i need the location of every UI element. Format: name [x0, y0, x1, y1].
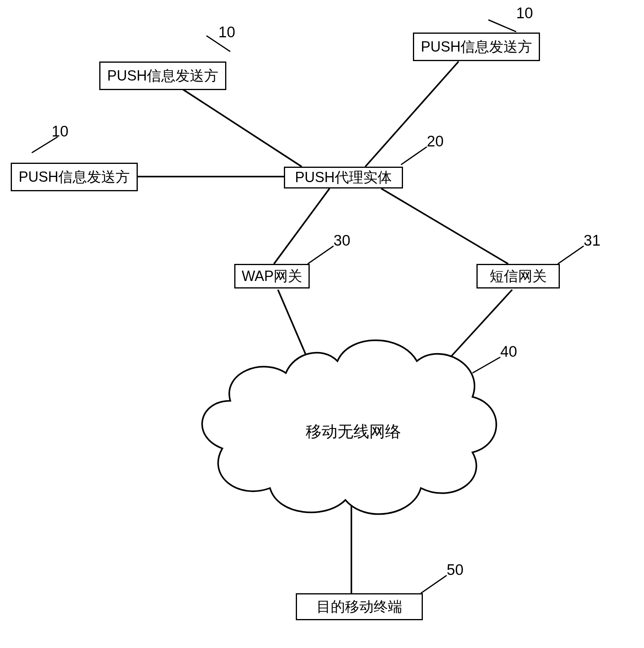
wap-gateway-label: WAP网关 — [242, 267, 303, 286]
mobile-network-cloud-ref: 40 — [500, 343, 517, 360]
push-sender-2-label: PUSH信息发送方 — [421, 37, 532, 57]
mobile-terminal-node: 目的移动终端 — [296, 593, 423, 620]
svg-line-13 — [278, 290, 314, 373]
mobile-terminal-ref: 50 — [447, 561, 463, 579]
svg-line-9 — [365, 62, 459, 167]
wap-gateway-node: WAP网关 — [234, 264, 310, 288]
svg-line-11 — [274, 188, 330, 264]
svg-line-6 — [472, 357, 500, 373]
sms-gateway-node: 短信网关 — [476, 264, 560, 288]
push-sender-2-ref: 10 — [516, 5, 533, 22]
sms-gateway-label: 短信网关 — [490, 267, 547, 286]
svg-line-12 — [381, 188, 508, 264]
push-sender-1-ref: 10 — [218, 24, 235, 41]
sms-gateway-ref: 31 — [584, 232, 600, 249]
push-proxy-ref: 20 — [427, 133, 443, 150]
push-proxy-node: PUSH代理实体 — [284, 167, 403, 188]
push-proxy-label: PUSH代理实体 — [295, 168, 392, 187]
wap-gateway-ref: 30 — [334, 232, 350, 249]
svg-line-3 — [401, 147, 427, 165]
push-sender-node-1: PUSH信息发送方 — [99, 62, 226, 90]
push-sender-3-ref: 10 — [52, 123, 68, 140]
svg-line-0 — [488, 20, 516, 32]
svg-line-8 — [183, 89, 302, 167]
svg-line-5 — [558, 246, 584, 264]
svg-line-4 — [308, 246, 334, 264]
push-sender-node-2: PUSH信息发送方 — [413, 33, 540, 61]
push-sender-1-label: PUSH信息发送方 — [107, 66, 218, 86]
push-sender-node-3: PUSH信息发送方 — [11, 163, 138, 191]
mobile-network-cloud-label: 移动无线网络 — [306, 421, 401, 442]
mobile-terminal-label: 目的移动终端 — [316, 597, 402, 617]
diagram-lines — [0, 0, 644, 648]
push-sender-3-label: PUSH信息发送方 — [19, 167, 130, 187]
svg-line-7 — [421, 575, 447, 593]
